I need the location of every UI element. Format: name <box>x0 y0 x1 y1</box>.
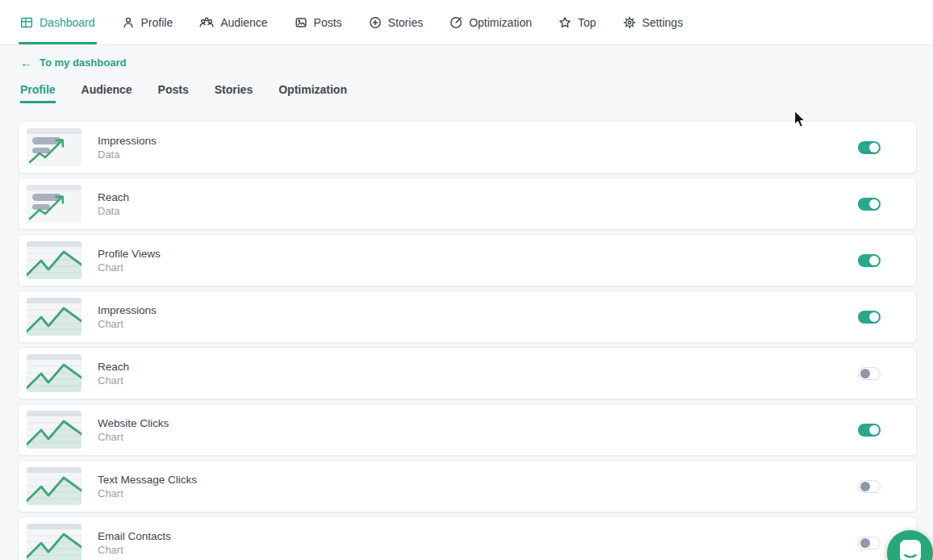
nav-item-top[interactable]: Top <box>559 0 596 44</box>
toggle-switch[interactable] <box>858 311 881 324</box>
toggle-knob <box>860 482 870 491</box>
widget-type-label: Chart <box>98 544 858 556</box>
widget-title: Email Contacts <box>98 530 858 543</box>
posts-gallery-icon <box>295 16 308 29</box>
profile-person-icon <box>122 16 135 29</box>
chat-messenger-icon <box>898 538 923 560</box>
chart-widget-thumbnail-icon <box>27 298 82 336</box>
widget-card: Impressions Data <box>18 121 917 173</box>
widget-title: Reach <box>98 191 858 204</box>
stories-plus-circle-icon <box>369 16 382 29</box>
nav-item-label: Profile <box>141 16 174 29</box>
toggle-knob <box>860 369 870 378</box>
tab-label: Posts <box>158 83 189 96</box>
top-star-icon <box>559 16 571 29</box>
widget-card: Email Contacts Chart <box>18 516 917 560</box>
tab-label: Audience <box>82 83 132 96</box>
toggle-switch[interactable] <box>858 254 881 267</box>
toggle-switch[interactable] <box>858 480 881 493</box>
widget-card: Profile Views Chart <box>18 234 917 286</box>
widget-title: Reach <box>98 361 858 374</box>
nav-item-label: Stories <box>388 16 424 29</box>
nav-item-profile[interactable]: Profile <box>122 0 174 44</box>
tab-stories[interactable]: Stories <box>215 83 253 103</box>
nav-item-settings[interactable]: Settings <box>623 0 684 44</box>
settings-gear-icon <box>623 16 636 29</box>
toggle-knob <box>860 538 870 548</box>
widget-card: Website Clicks Chart <box>18 403 917 456</box>
widget-type-label: Data <box>98 148 858 161</box>
widget-title: Profile Views <box>98 248 858 261</box>
widget-type-label: Chart <box>98 431 858 443</box>
tab-posts[interactable]: Posts <box>158 83 189 103</box>
optimization-gauge-icon <box>450 16 462 29</box>
chart-widget-thumbnail-icon <box>27 241 82 279</box>
chart-widget-thumbnail-icon <box>27 354 82 392</box>
nav-item-stories[interactable]: Stories <box>369 0 424 44</box>
chart-widget-thumbnail-icon <box>27 467 82 505</box>
widget-title: Impressions <box>98 304 858 317</box>
chart-widget-thumbnail-icon <box>27 411 82 449</box>
nav-item-dashboard[interactable]: Dashboard <box>20 0 95 44</box>
tab-label: Optimization <box>278 83 347 96</box>
data-widget-thumbnail-icon <box>27 128 82 166</box>
back-to-dashboard-link[interactable]: ← To my dashboard <box>20 56 126 69</box>
tab-label: Profile <box>20 83 56 96</box>
widget-type-label: Chart <box>98 261 858 274</box>
toggle-knob <box>869 143 879 153</box>
nav-item-posts[interactable]: Posts <box>295 0 342 44</box>
nav-item-label: Settings <box>642 16 684 29</box>
widget-title: Website Clicks <box>98 417 858 430</box>
widget-type-label: Data <box>98 205 858 217</box>
tab-audience[interactable]: Audience <box>82 83 132 103</box>
nav-item-optimization[interactable]: Optimization <box>450 0 532 44</box>
nav-item-label: Top <box>578 16 596 29</box>
data-widget-thumbnail-icon <box>27 185 82 223</box>
toggle-switch[interactable] <box>858 537 881 550</box>
toggle-switch[interactable] <box>858 141 881 154</box>
widget-type-label: Chart <box>98 487 858 499</box>
widget-card: Text Message Clicks Chart <box>18 460 917 512</box>
toggle-switch[interactable] <box>858 198 881 211</box>
widget-card: Reach Chart <box>18 347 917 399</box>
back-arrow-icon: ← <box>20 57 32 68</box>
nav-item-label: Optimization <box>469 16 532 29</box>
dashboard-grid-icon <box>20 16 33 29</box>
top-navbar: Dashboard Profile Audience Posts Stories… <box>0 0 933 45</box>
tab-profile[interactable]: Profile <box>20 83 56 103</box>
tab-optimization[interactable]: Optimization <box>278 83 347 103</box>
nav-item-label: Audience <box>220 16 267 29</box>
widget-type-label: Chart <box>98 318 858 330</box>
chart-widget-thumbnail-icon <box>27 524 82 560</box>
toggle-switch[interactable] <box>858 424 881 437</box>
back-link-label: To my dashboard <box>40 56 126 69</box>
widget-title: Text Message Clicks <box>98 474 858 487</box>
nav-item-label: Posts <box>314 16 342 29</box>
toggle-knob <box>869 425 879 435</box>
nav-item-label: Dashboard <box>40 16 95 29</box>
widget-card-list: Impressions Data Reach Data Profile View… <box>18 121 917 560</box>
widget-type-label: Chart <box>98 374 858 387</box>
toggle-knob <box>869 199 879 209</box>
widget-card: Reach Data <box>18 178 917 230</box>
toggle-knob <box>869 312 879 322</box>
toggle-switch[interactable] <box>858 367 881 380</box>
audience-people-icon <box>199 16 214 29</box>
tab-label: Stories <box>215 83 253 96</box>
nav-item-audience[interactable]: Audience <box>199 0 267 44</box>
toggle-knob <box>869 256 879 265</box>
widget-title: Impressions <box>98 135 858 148</box>
section-tabs: Profile Audience Posts Stories Optimizat… <box>20 83 933 103</box>
widget-card: Impressions Chart <box>18 290 917 343</box>
